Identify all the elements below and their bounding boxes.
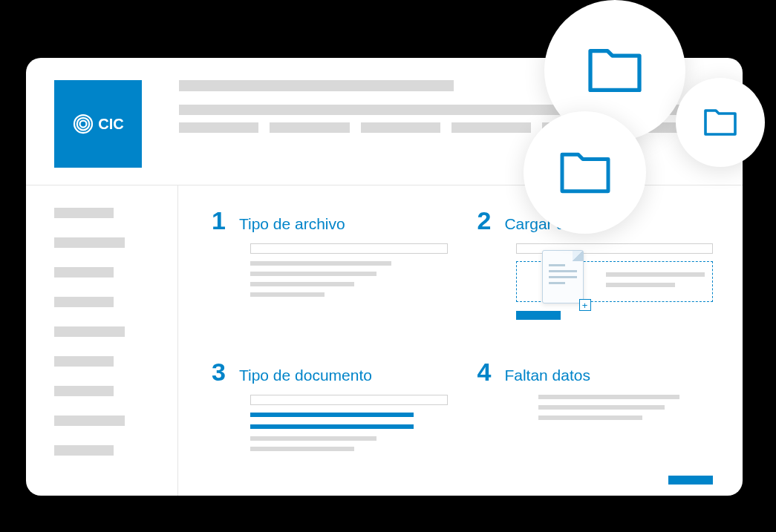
step-number: 2	[477, 208, 492, 233]
svg-point-1	[77, 118, 90, 131]
sidebar-item[interactable]	[54, 237, 125, 248]
sidebar-item[interactable]	[54, 386, 114, 396]
placeholder-line	[538, 395, 679, 399]
nav-item[interactable]	[633, 122, 713, 133]
sidebar-item[interactable]	[54, 326, 125, 337]
selected-line	[250, 424, 414, 429]
placeholder-line	[606, 283, 675, 287]
submit-button[interactable]	[668, 476, 713, 485]
step-title: Cargar archivo	[504, 215, 607, 233]
sidebar-item[interactable]	[54, 267, 114, 278]
step-body	[212, 395, 448, 451]
svg-point-2	[80, 121, 87, 128]
step-body: +	[477, 243, 714, 320]
file-drop-area[interactable]: +	[516, 261, 714, 302]
logo-text: CIC	[98, 116, 123, 133]
header: CIC	[26, 58, 743, 185]
sidebar-item[interactable]	[54, 297, 114, 307]
step-number: 4	[477, 359, 492, 384]
app-window: CIC	[26, 58, 743, 496]
step-2: 2 Cargar archivo +	[477, 208, 714, 344]
nav-item[interactable]	[451, 122, 531, 133]
placeholder-line	[250, 436, 376, 441]
step-header: 3 Tipo de documento	[212, 359, 448, 384]
body: 1 Tipo de archivo 2 Cargar archivo	[26, 185, 743, 496]
placeholder-line	[250, 447, 354, 451]
logo-icon	[72, 113, 94, 135]
selected-line	[250, 413, 414, 417]
placeholder-line	[250, 282, 354, 286]
step-body	[477, 395, 714, 420]
placeholder-line	[538, 416, 642, 420]
nav-item[interactable]	[270, 122, 349, 133]
main-content: 1 Tipo de archivo 2 Cargar archivo	[178, 185, 743, 496]
step-1: 1 Tipo de archivo	[212, 208, 448, 344]
header-content	[142, 80, 743, 185]
header-nav	[179, 122, 713, 133]
document-type-select[interactable]	[250, 395, 448, 405]
sidebar-item[interactable]	[54, 356, 114, 367]
placeholder-line	[250, 272, 376, 276]
file-type-select[interactable]	[250, 243, 448, 254]
plus-icon: +	[579, 299, 591, 311]
step-header: 1 Tipo de archivo	[212, 208, 448, 233]
sidebar	[26, 185, 178, 496]
placeholder-line	[250, 292, 325, 297]
logo: CIC	[54, 80, 142, 168]
step-3: 3 Tipo de documento	[212, 359, 448, 482]
step-header: 2 Cargar archivo	[477, 208, 714, 233]
step-body	[212, 243, 448, 297]
header-title-placeholder	[179, 80, 454, 91]
step-number: 1	[212, 208, 226, 233]
nav-item[interactable]	[179, 122, 258, 133]
sidebar-item[interactable]	[54, 416, 125, 426]
placeholder-line	[606, 272, 705, 277]
placeholder-line	[250, 261, 391, 266]
sidebar-item[interactable]	[54, 208, 114, 218]
nav-item[interactable]	[361, 122, 440, 133]
placeholder-line	[538, 405, 665, 410]
step-title: Faltan datos	[504, 367, 590, 384]
nav-item[interactable]	[542, 122, 622, 133]
step-number: 3	[212, 359, 226, 384]
sidebar-item[interactable]	[54, 445, 114, 456]
upload-button[interactable]	[516, 311, 561, 320]
step-header: 4 Faltan datos	[477, 359, 714, 384]
document-icon: +	[542, 250, 584, 303]
step-title: Tipo de archivo	[239, 215, 345, 233]
header-subtitle-placeholder	[179, 105, 713, 115]
step-4: 4 Faltan datos	[477, 359, 714, 482]
step-title: Tipo de documento	[239, 367, 372, 384]
